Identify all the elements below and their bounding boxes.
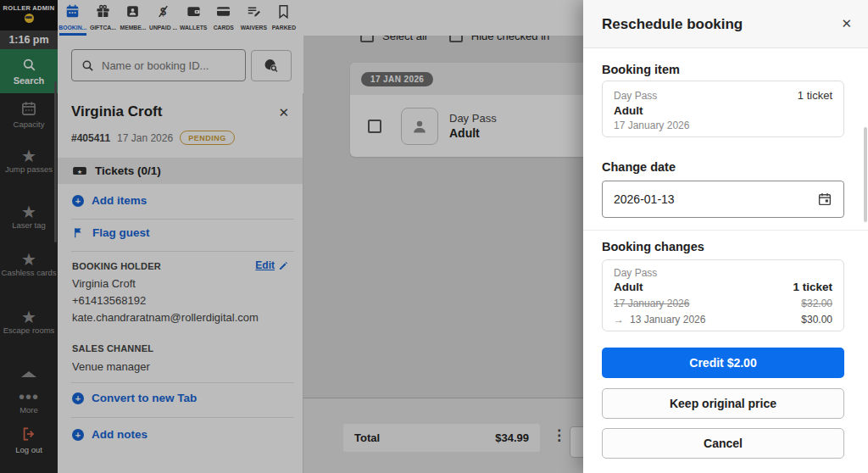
change-qty: 1 ticket xyxy=(793,281,832,294)
booking-changes-heading: Booking changes xyxy=(602,240,704,253)
modal-title: Reschedule booking xyxy=(602,16,743,33)
keep-original-price-button[interactable]: Keep original price xyxy=(602,388,844,419)
cancel-button[interactable]: Cancel xyxy=(602,428,844,459)
modal-header: Reschedule booking ✕ xyxy=(583,0,868,48)
date-input[interactable] xyxy=(614,192,783,206)
close-icon[interactable]: ✕ xyxy=(841,16,852,31)
credit-button[interactable]: Credit $2.00 xyxy=(602,348,844,378)
booking-changes-card: Day Pass Adult 1 ticket 17 January 2026 … xyxy=(602,259,844,331)
new-price: $30.00 xyxy=(801,313,832,326)
change-product: Day Pass xyxy=(614,267,832,279)
modal-scrollbar[interactable] xyxy=(864,127,867,222)
arrow-right-icon: → xyxy=(614,313,624,326)
date-field[interactable] xyxy=(602,181,844,218)
change-date-heading: Change date xyxy=(602,160,676,174)
booking-item-card: Day Pass 1 ticket Adult 17 January 2026 xyxy=(602,81,844,137)
new-date: 13 January 2026 xyxy=(630,313,705,326)
change-variant: Adult xyxy=(614,281,643,294)
reschedule-modal: Reschedule booking ✕ Booking item Day Pa… xyxy=(583,0,868,473)
item-variant: Adult xyxy=(614,104,832,117)
booking-item-heading: Booking item xyxy=(602,63,680,76)
calendar-input-icon[interactable] xyxy=(817,192,832,207)
item-qty: 1 ticket xyxy=(798,89,832,103)
old-date: 17 January 2026 xyxy=(614,297,689,310)
app-root: ROLLER ADMIN 1:16 pm Search Capacity ★ J… xyxy=(0,0,868,473)
item-date: 17 January 2026 xyxy=(614,120,832,131)
divider xyxy=(583,230,868,231)
old-price: $32.00 xyxy=(801,297,832,310)
item-product: Day Pass xyxy=(614,89,657,103)
